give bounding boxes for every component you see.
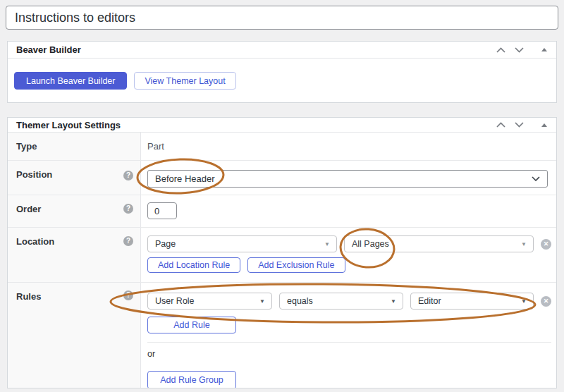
row-label: Rules bbox=[16, 291, 41, 302]
toggle-panel-icon[interactable] bbox=[541, 123, 547, 127]
metabox-title: Themer Layout Settings bbox=[16, 120, 121, 130]
select-caret-icon: ▼ bbox=[521, 241, 527, 247]
location-value-select[interactable]: All Pages ▼ bbox=[344, 235, 534, 252]
metabox-title: Beaver Builder bbox=[16, 44, 81, 55]
add-exclusion-rule-button[interactable]: Add Exclusion Rule bbox=[247, 257, 345, 273]
help-icon[interactable]: ? bbox=[123, 236, 133, 246]
rule-operator-select[interactable]: equals ▼ bbox=[279, 293, 403, 310]
or-label: or bbox=[147, 349, 551, 359]
row-label: Position bbox=[16, 169, 52, 180]
remove-location-rule-icon[interactable]: ✕ bbox=[541, 239, 551, 250]
rule-value-select[interactable]: Editor ▼ bbox=[410, 293, 534, 310]
select-caret-icon: ▼ bbox=[259, 298, 265, 305]
settings-row-order: Order ? bbox=[8, 195, 556, 227]
help-icon[interactable]: ? bbox=[123, 290, 133, 300]
themer-settings-metabox-header: Themer Layout Settings bbox=[8, 118, 556, 133]
position-select-value: Before Header bbox=[155, 173, 215, 184]
view-themer-layout-button[interactable]: View Themer Layout bbox=[134, 72, 235, 90]
help-icon[interactable]: ? bbox=[123, 171, 133, 180]
row-label: Location bbox=[16, 236, 54, 247]
location-type-select[interactable]: Page ▼ bbox=[147, 235, 337, 252]
rule-field-select-value: User Role bbox=[155, 296, 195, 306]
beaver-builder-metabox-header: Beaver Builder bbox=[8, 42, 556, 59]
select-caret-icon: ▼ bbox=[521, 298, 527, 305]
rule-value-select-value: Editor bbox=[418, 296, 441, 306]
rule-operator-select-value: equals bbox=[287, 296, 313, 306]
move-up-icon[interactable] bbox=[496, 47, 505, 53]
themer-layout-settings-metabox: Themer Layout Settings Type Part Positio… bbox=[7, 117, 557, 388]
type-value: Part bbox=[147, 133, 548, 152]
position-select[interactable]: Before Header bbox=[147, 170, 548, 188]
location-type-select-value: Page bbox=[155, 239, 176, 249]
add-rule-group-button[interactable]: Add Rule Group bbox=[147, 371, 236, 388]
location-value-select-value: All Pages bbox=[352, 239, 389, 249]
rule-group-divider bbox=[147, 342, 551, 343]
settings-row-position: Position ? Before Header bbox=[8, 160, 556, 195]
beaver-builder-metabox: Beaver Builder Launch Beaver Builder Vie… bbox=[7, 41, 557, 103]
toggle-panel-icon[interactable] bbox=[541, 48, 547, 51]
add-location-rule-button[interactable]: Add Location Rule bbox=[147, 257, 240, 273]
move-down-icon[interactable] bbox=[515, 122, 524, 128]
add-rule-button[interactable]: Add Rule bbox=[147, 317, 236, 333]
settings-row-rules: Rules ? User Role ▼ equals ▼ Editor ▼ ✕ … bbox=[8, 282, 556, 388]
order-input[interactable] bbox=[147, 202, 177, 219]
post-title-input[interactable] bbox=[6, 6, 558, 30]
row-label: Type bbox=[8, 133, 141, 160]
chevron-down-icon bbox=[532, 176, 540, 181]
settings-row-type: Type Part bbox=[8, 133, 556, 160]
select-caret-icon: ▼ bbox=[391, 298, 396, 305]
row-label: Order bbox=[16, 204, 41, 214]
rule-field-select[interactable]: User Role ▼ bbox=[147, 293, 272, 310]
move-up-icon[interactable] bbox=[496, 122, 505, 128]
settings-row-location: Location ? Page ▼ All Pages ▼ ✕ Add Loca… bbox=[8, 227, 556, 282]
launch-beaver-builder-button[interactable]: Launch Beaver Builder bbox=[14, 72, 127, 90]
move-down-icon[interactable] bbox=[515, 47, 524, 53]
remove-rule-icon[interactable]: ✕ bbox=[541, 296, 551, 307]
help-icon[interactable]: ? bbox=[123, 204, 133, 214]
select-caret-icon: ▼ bbox=[324, 241, 330, 247]
